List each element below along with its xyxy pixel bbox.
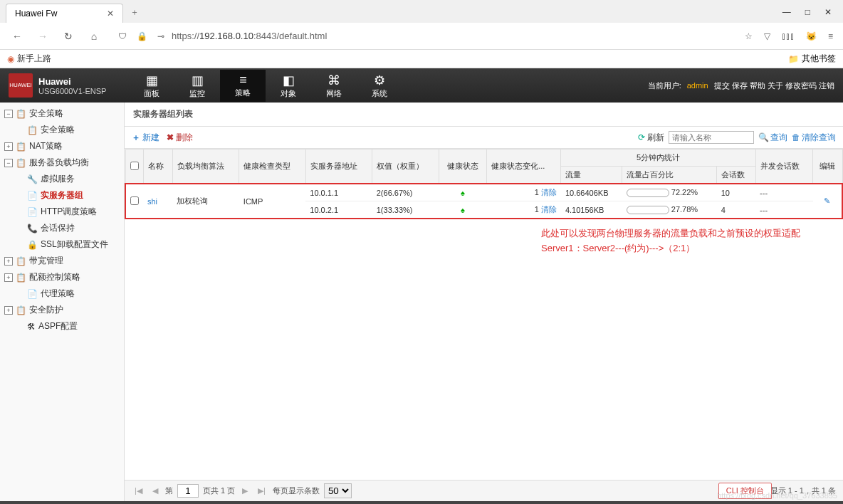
col-traffic-pct: 流量占百分比: [622, 167, 717, 184]
annotation-text: 此处可以发现两台物理服务器的流量负载和之前预设的权重适配 Server1：Ser…: [125, 219, 843, 256]
toolbar: ＋新建 ✖删除 ⟳刷新 🔍查询 🗑清除查询: [125, 127, 843, 149]
sidebar-item-11[interactable]: 📄代理策略: [0, 285, 124, 302]
prev-page-button[interactable]: ◀: [150, 485, 161, 497]
cell-change: 1 清除: [487, 201, 561, 219]
sidebar-item-1[interactable]: 📋安全策略: [0, 122, 124, 138]
clear-query-button[interactable]: 🗑清除查询: [792, 132, 836, 144]
new-tab-button[interactable]: ＋: [123, 2, 146, 23]
clear-link[interactable]: 清除: [541, 188, 557, 196]
tab-label: 面板: [144, 89, 159, 98]
header-link-2[interactable]: 帮助: [750, 81, 765, 90]
cell-traffic: 4.10156KB: [561, 201, 622, 219]
header-link-1[interactable]: 保存: [732, 81, 748, 90]
forward-button[interactable]: →: [33, 26, 53, 46]
tree-toggle-icon[interactable]: −: [4, 159, 13, 167]
top-tab-3[interactable]: ◧对象: [266, 70, 311, 102]
library-icon[interactable]: ⫿⫿⫿: [779, 31, 797, 41]
close-window-icon[interactable]: ✕: [824, 7, 832, 17]
tree-label: 代理策略: [41, 288, 75, 300]
home-button[interactable]: ⌂: [84, 26, 104, 46]
new-button[interactable]: ＋新建: [132, 132, 159, 144]
logo-block: HUAWEI Huawei USG6000V1-ENSP: [0, 73, 115, 98]
browser-tab[interactable]: Huawei Fw ✕: [6, 4, 123, 23]
tree-label: 安全策略: [41, 124, 75, 136]
panel-title: 实服务器组列表: [125, 103, 843, 127]
sidebar-item-5[interactable]: 📄实服务器组: [0, 187, 124, 204]
page-total: 页共 1 页: [203, 485, 235, 496]
top-tab-2[interactable]: ≡策略: [220, 70, 266, 102]
tree-toggle-icon[interactable]: +: [4, 142, 13, 151]
header-link-4[interactable]: 修改密码: [785, 81, 817, 90]
footer-copyright: 版权所有 © 华为技术有限公司2014-2018。保留一切权利。: [0, 501, 843, 504]
top-nav: ▦面板▥监控≡策略◧对象⌘网络⚙系统: [129, 70, 402, 102]
pocket-icon[interactable]: ▽: [761, 31, 773, 41]
sidebar-item-7[interactable]: 📞会话保持: [0, 220, 124, 236]
top-tab-4[interactable]: ⌘网络: [311, 70, 357, 102]
first-page-button[interactable]: |◀: [132, 485, 145, 497]
delete-button[interactable]: ✖删除: [167, 132, 193, 144]
star-icon[interactable]: ☆: [742, 31, 755, 41]
sidebar-item-0[interactable]: −📋安全策略: [0, 105, 124, 122]
tree-item-icon: 📋: [16, 109, 26, 119]
sidebar-item-2[interactable]: +📋NAT策略: [0, 138, 124, 154]
tree-label: 实服务器组: [41, 189, 83, 201]
sidebar-item-13[interactable]: 🛠ASPF配置: [0, 318, 124, 335]
cell-change: 1 清除: [487, 184, 561, 201]
refresh-button[interactable]: ⟳刷新: [638, 132, 664, 144]
select-all-checkbox[interactable]: [130, 162, 139, 170]
reload-button[interactable]: ↻: [58, 26, 78, 46]
header-link-0[interactable]: 提交: [714, 81, 730, 90]
top-tab-5[interactable]: ⚙系统: [357, 70, 402, 102]
tree-toggle-icon[interactable]: +: [4, 306, 13, 315]
sidebar-item-4[interactable]: 🔧虚拟服务: [0, 171, 124, 187]
next-page-button[interactable]: ▶: [239, 485, 251, 497]
status-up-icon: ♠: [461, 206, 465, 214]
sidebar-item-10[interactable]: +📋配额控制策略: [0, 269, 124, 285]
menu-icon[interactable]: ≡: [825, 31, 836, 41]
tab-label: 监控: [189, 89, 205, 98]
col-algorithm: 负载均衡算法: [172, 149, 239, 184]
tree-label: 带宽管理: [29, 255, 63, 267]
last-page-button[interactable]: ▶|: [255, 485, 268, 497]
row-checkbox[interactable]: [130, 196, 139, 205]
top-tab-0[interactable]: ▦面板: [129, 70, 174, 102]
tree-label: SSL卸载配置文件: [41, 238, 108, 251]
url-text: https://192.168.0.10:8443/default.html: [172, 31, 327, 41]
tree-item-icon: 📄: [27, 207, 38, 217]
header-link-3[interactable]: 关于: [768, 81, 783, 90]
tree-item-icon: 📋: [16, 158, 26, 168]
face-icon[interactable]: 😺: [803, 31, 820, 41]
url-bar[interactable]: 🛡 🔒 ⊸ https://192.168.0.10:8443/default.…: [110, 28, 736, 44]
cell-concurrent: ---: [755, 201, 812, 219]
query-button[interactable]: 🔍查询: [758, 132, 787, 144]
back-button[interactable]: ←: [7, 26, 27, 46]
tab-title: Huawei Fw: [15, 9, 57, 19]
page-label: 第: [165, 485, 173, 496]
sidebar-item-3[interactable]: −📋服务器负载均衡: [0, 154, 124, 171]
search-input[interactable]: [669, 131, 754, 144]
bookmark-item[interactable]: 新手上路: [17, 53, 51, 65]
cell-weight: 2(66.67%): [372, 184, 439, 201]
tree-toggle-icon[interactable]: +: [4, 273, 13, 282]
top-tab-1[interactable]: ▥监控: [174, 70, 220, 102]
sidebar-item-6[interactable]: 📄HTTP调度策略: [0, 204, 124, 220]
row-name-link[interactable]: shi: [147, 197, 157, 206]
tree-toggle-icon[interactable]: −: [4, 110, 13, 118]
header-link-5[interactable]: 注销: [819, 81, 834, 90]
per-page-select[interactable]: 50: [324, 483, 352, 498]
sidebar-item-9[interactable]: +📋带宽管理: [0, 253, 124, 269]
maximize-icon[interactable]: □: [805, 7, 810, 17]
clear-link[interactable]: 清除: [541, 205, 557, 214]
tree-label: 会话保持: [41, 222, 75, 234]
edit-icon[interactable]: ✎: [824, 196, 830, 205]
col-health-change: 健康状态变化...: [487, 149, 561, 184]
minimize-icon[interactable]: —: [782, 7, 791, 17]
tree-toggle-icon[interactable]: +: [4, 257, 13, 266]
sidebar-item-8[interactable]: 🔒SSL卸载配置文件: [0, 236, 124, 253]
sidebar-item-12[interactable]: +📋安全防护: [0, 302, 124, 318]
tab-label: 网络: [326, 89, 342, 98]
other-bookmarks[interactable]: 其他书签: [802, 53, 836, 65]
page-input[interactable]: [177, 484, 199, 498]
close-icon[interactable]: ✕: [107, 9, 114, 19]
current-user: admin: [687, 81, 708, 90]
